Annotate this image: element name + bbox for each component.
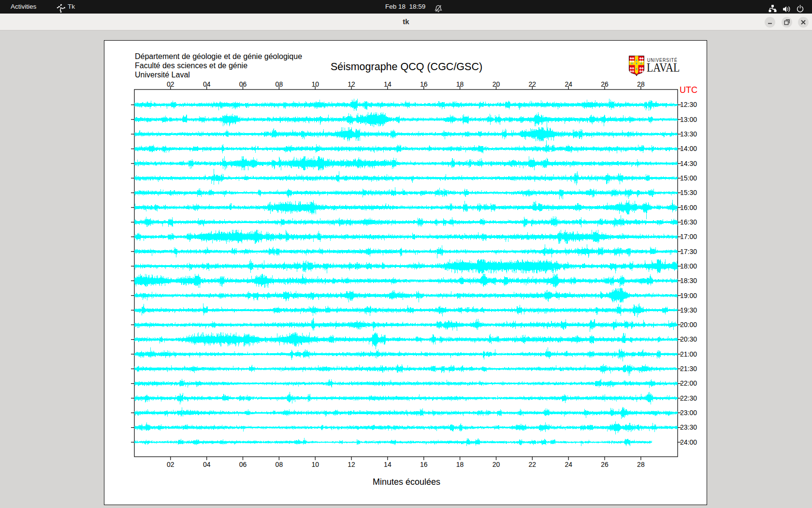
- svg-text:13:00: 13:00: [680, 116, 697, 123]
- svg-text:16:30: 16:30: [680, 218, 697, 226]
- svg-text:14: 14: [384, 461, 392, 468]
- svg-text:15:30: 15:30: [680, 189, 697, 196]
- svg-text:02: 02: [167, 461, 174, 468]
- svg-text:23:30: 23:30: [680, 423, 697, 431]
- svg-text:06: 06: [239, 461, 247, 468]
- svg-text:17:30: 17:30: [680, 248, 697, 255]
- svg-text:LAVAL: LAVAL: [647, 60, 680, 74]
- svg-text:28: 28: [637, 461, 645, 468]
- svg-text:08: 08: [276, 461, 283, 468]
- svg-text:22:00: 22:00: [680, 379, 697, 387]
- svg-text:19:00: 19:00: [680, 292, 697, 299]
- svg-text:24: 24: [565, 461, 572, 468]
- svg-text:24:00: 24:00: [680, 438, 697, 446]
- svg-text:22:30: 22:30: [680, 394, 697, 402]
- svg-text:17:00: 17:00: [680, 233, 697, 240]
- svg-text:13:30: 13:30: [680, 130, 697, 138]
- svg-text:14:30: 14:30: [680, 160, 697, 167]
- svg-text:18: 18: [456, 461, 464, 468]
- svg-text:04: 04: [203, 461, 211, 468]
- svg-text:UTC: UTC: [680, 85, 697, 95]
- svg-text:23:00: 23:00: [680, 409, 697, 417]
- svg-text:16:00: 16:00: [680, 204, 697, 211]
- svg-text:22: 22: [529, 461, 536, 468]
- svg-text:Minutes écoulées: Minutes écoulées: [373, 477, 440, 487]
- svg-text:20: 20: [493, 461, 500, 468]
- svg-text:15:00: 15:00: [680, 174, 697, 182]
- svg-text:21:30: 21:30: [680, 365, 697, 373]
- svg-text:18:30: 18:30: [680, 277, 697, 284]
- svg-text:Faculté des sciences et de gén: Faculté des sciences et de génie: [135, 61, 247, 70]
- svg-text:20:30: 20:30: [680, 335, 697, 343]
- svg-text:26: 26: [601, 461, 609, 468]
- svg-text:16: 16: [420, 461, 428, 468]
- svg-text:18:00: 18:00: [680, 262, 697, 270]
- svg-text:Université Laval: Université Laval: [135, 71, 190, 79]
- svg-text:21:00: 21:00: [680, 350, 697, 358]
- svg-text:12:30: 12:30: [680, 101, 697, 108]
- svg-text:Département de géologie et de: Département de géologie et de génie géol…: [135, 52, 302, 60]
- svg-text:20:00: 20:00: [680, 321, 697, 329]
- svg-text:19:30: 19:30: [680, 306, 697, 314]
- svg-text:14:00: 14:00: [680, 145, 697, 152]
- svg-text:12: 12: [348, 461, 355, 468]
- svg-text:Séismographe QCQ (CGC/GSC): Séismographe QCQ (CGC/GSC): [331, 61, 482, 73]
- svg-text:10: 10: [311, 461, 319, 468]
